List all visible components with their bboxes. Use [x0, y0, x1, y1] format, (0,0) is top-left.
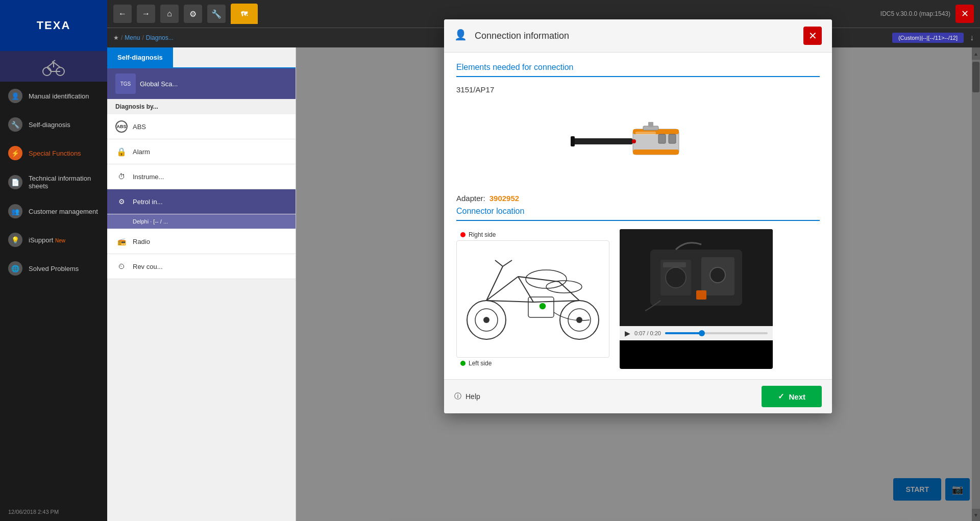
settings-button[interactable]: ⚙	[184, 5, 202, 23]
svg-point-0	[43, 67, 51, 76]
svg-rect-44	[696, 290, 706, 300]
delphi-subitem[interactable]: Delphi · [-- / ...	[107, 214, 296, 229]
modal-header: 👤 Connection information ✕	[444, 19, 832, 53]
diagnosis-section-label: Diagnosis by...	[107, 99, 296, 114]
modal-user-icon: 👤	[454, 29, 469, 43]
breadcrumb-diagnosis[interactable]: Diagnos...	[146, 34, 174, 41]
check-icon: ✓	[778, 392, 785, 401]
sidebar-item-customer-label: Customer management	[29, 208, 98, 215]
connector-section-title: Connector location	[456, 207, 820, 221]
right-side-indicator: Right side	[456, 229, 609, 240]
alarm-label: Alarm	[133, 148, 150, 156]
svg-rect-18	[648, 122, 653, 127]
forward-button[interactable]: →	[137, 5, 155, 23]
video-controls: ▶ 0:07 / 0:20	[620, 326, 773, 340]
sidebar-item-isupport-label: iSupport New	[29, 236, 65, 244]
svg-point-42	[666, 267, 686, 288]
sidebar-item-self-diagnosis[interactable]: 🔧 Self-diagnosis	[0, 110, 107, 139]
back-button[interactable]: ←	[113, 5, 132, 23]
tgs-label: TGS	[120, 81, 131, 87]
map-tab[interactable]: 🗺	[231, 4, 258, 24]
solved-icon: 🌐	[8, 261, 22, 276]
svg-rect-15	[635, 132, 656, 135]
sidebar-item-manual-identification[interactable]: 👤 Manual identification	[0, 82, 107, 110]
sidebar-item-self-label: Self-diagnosis	[29, 121, 70, 129]
app-close-button[interactable]: ✕	[955, 5, 974, 23]
bike-diagram-container: Right side	[456, 229, 609, 369]
progress-fill	[665, 332, 701, 334]
list-item-abs[interactable]: ABS ABS	[107, 114, 296, 139]
sidebar-item-manual-label: Manual identification	[29, 92, 89, 100]
help-icon: ⓘ	[454, 392, 461, 401]
video-time: 0:07 / 0:20	[634, 330, 661, 336]
svg-point-43	[710, 267, 725, 283]
left-side-indicator: Left side	[456, 358, 609, 369]
modal-overlay: 👤 Connection information ✕ Elements need…	[296, 47, 980, 521]
list-item-alarm[interactable]: 🔒 Alarm	[107, 139, 296, 164]
sidebar-item-isupport[interactable]: 💡 iSupport New	[0, 226, 107, 254]
svg-rect-14	[669, 134, 676, 143]
next-label: Next	[789, 392, 805, 401]
svg-rect-9	[571, 136, 575, 146]
svg-line-26	[518, 277, 559, 282]
app-logo: TEXA	[0, 0, 107, 51]
abs-icon: ABS	[115, 120, 128, 133]
tgs-icon: TGS	[115, 73, 136, 94]
right-side-label: Right side	[469, 231, 496, 238]
petrol-icon: ⚙	[115, 195, 128, 208]
list-item-rev-counter[interactable]: ⏲ Rev cou...	[107, 254, 296, 279]
alarm-icon: 🔒	[115, 145, 128, 158]
progress-thumb[interactable]	[699, 330, 705, 336]
modal-close-button[interactable]: ✕	[803, 27, 822, 45]
radio-label: Radio	[133, 238, 150, 245]
svg-line-7	[52, 60, 55, 62]
scroll-down-btn[interactable]: ↓	[970, 33, 974, 42]
abs-label: ABS	[133, 123, 146, 131]
svg-line-25	[486, 277, 518, 301]
self-diagnosis-tab[interactable]: Self-diagnosis	[107, 47, 173, 67]
sidebar-item-special-functions[interactable]: ⚡ Special Functions	[0, 139, 107, 167]
adapter-number: 3902952	[489, 194, 519, 203]
play-button[interactable]: ▶	[625, 329, 630, 337]
breadcrumb-menu[interactable]: Menu	[125, 34, 140, 41]
connector-images: Right side	[456, 229, 820, 369]
list-item-instrument[interactable]: ⏱ Instrume...	[107, 164, 296, 189]
sidebar-item-customer-mgmt[interactable]: 👥 Customer management	[0, 197, 107, 226]
video-progress-bar[interactable]	[665, 332, 768, 334]
help-label: Help	[465, 392, 480, 401]
element-code: 3151/AP17	[456, 85, 820, 94]
help-button[interactable]: ⓘ Help	[454, 392, 480, 401]
sidebar-item-solved-problems[interactable]: 🌐 Solved Problems	[0, 254, 107, 283]
bike-diagram	[456, 240, 609, 358]
breadcrumb-star-icon: ★	[113, 34, 119, 41]
video-container: ▶ 0:07 / 0:20	[620, 229, 773, 369]
customer-mgmt-icon: 👥	[8, 204, 22, 218]
manual-id-icon: 👤	[8, 89, 22, 103]
adapter-label-text: Adapter:	[456, 194, 485, 203]
list-item-petrol-injection[interactable]: ⚙ Petrol in...	[107, 189, 296, 214]
modal-body: Elements needed for connection 3151/AP17	[444, 53, 832, 379]
svg-line-35	[503, 260, 512, 266]
svg-rect-45	[663, 262, 686, 267]
svg-rect-13	[658, 134, 666, 143]
vehicle-icon	[0, 51, 107, 82]
self-diag-icon: 🔧	[8, 117, 22, 132]
right-panel: START 📷 ▲ ▼ 👤 Connection information ✕	[296, 47, 980, 521]
home-button[interactable]: ⌂	[160, 5, 179, 23]
tools-button[interactable]: 🔧	[207, 5, 226, 23]
rev-icon: ⏲	[115, 260, 128, 272]
texa-logo-text: TEXA	[37, 19, 71, 32]
svg-point-24	[483, 317, 489, 323]
rev-label: Rev cou...	[133, 263, 163, 270]
modal-title: Connection information	[475, 31, 797, 41]
next-button[interactable]: ✓ Next	[762, 386, 822, 407]
map-tab-icon: 🗺	[241, 10, 248, 18]
sidebar-item-tech-info[interactable]: 📄 Technical information sheets	[0, 167, 107, 197]
sidebar-item-solved-label: Solved Problems	[29, 265, 79, 272]
isupport-icon: 💡	[8, 233, 22, 247]
svg-point-16	[632, 139, 636, 143]
sidebar-item-special-label: Special Functions	[29, 150, 81, 157]
modal-footer: ⓘ Help ✓ Next	[444, 379, 832, 413]
list-item-radio[interactable]: 📻 Radio	[107, 229, 296, 254]
svg-line-3	[54, 62, 60, 67]
